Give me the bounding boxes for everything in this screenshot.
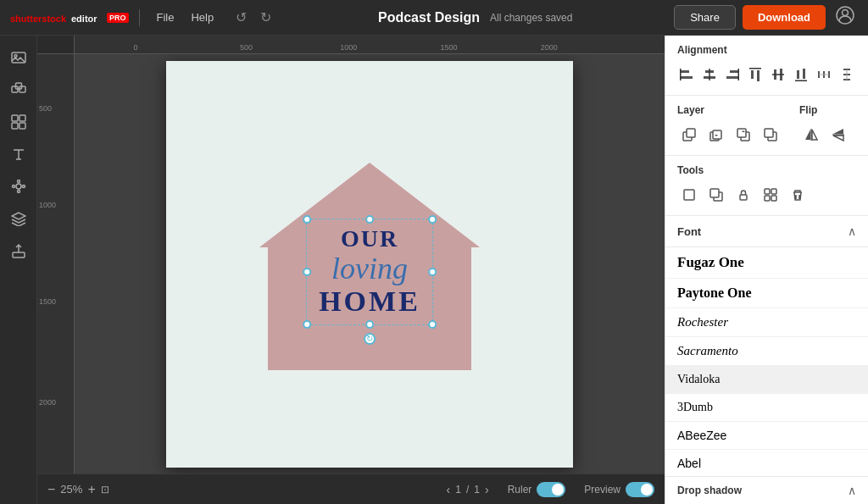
svg-rect-67 bbox=[765, 196, 770, 201]
handle-br[interactable] bbox=[428, 320, 437, 329]
svg-rect-22 bbox=[681, 76, 693, 79]
file-menu-button[interactable]: File bbox=[150, 8, 181, 27]
handle-ml[interactable] bbox=[303, 268, 311, 276]
svg-point-5 bbox=[14, 55, 17, 58]
saved-status: All changes saved bbox=[490, 12, 572, 24]
font-item[interactable]: ABeeZee bbox=[665, 422, 868, 450]
assets-icon bbox=[11, 179, 26, 194]
canvas-viewport[interactable]: ↻ OUR loving HOME bbox=[75, 54, 665, 474]
handle-bm[interactable] bbox=[365, 320, 374, 329]
undo-button[interactable]: ↺ bbox=[231, 6, 252, 29]
sidebar-item-uploads[interactable] bbox=[3, 235, 34, 266]
prev-page-button[interactable]: ‹ bbox=[447, 483, 451, 496]
ruler-toggle[interactable] bbox=[537, 482, 565, 497]
upload-icon bbox=[11, 243, 26, 258]
sidebar-item-images[interactable] bbox=[3, 42, 34, 73]
flip-h-icon bbox=[804, 128, 818, 141]
font-item[interactable]: Sacramento bbox=[665, 337, 868, 366]
sidebar-item-shapes[interactable] bbox=[3, 75, 34, 105]
align-bottom-button[interactable] bbox=[791, 63, 810, 86]
handle-tm[interactable] bbox=[365, 215, 374, 224]
svg-rect-66 bbox=[771, 189, 776, 194]
svg-rect-57 bbox=[811, 129, 812, 141]
font-item[interactable]: Paytone One bbox=[665, 279, 868, 308]
pro-badge: PRO bbox=[107, 13, 129, 23]
profile-icon bbox=[836, 6, 854, 25]
help-menu-button[interactable]: Help bbox=[184, 8, 220, 27]
font-collapse-button[interactable]: ∧ bbox=[848, 224, 856, 238]
zoom-in-button[interactable]: + bbox=[87, 482, 95, 497]
align-left-button[interactable] bbox=[677, 63, 697, 86]
font-item[interactable]: 3Dumb bbox=[665, 394, 868, 422]
fit-screen-button[interactable]: ⊡ bbox=[101, 484, 109, 496]
page-indicator: ‹ 1 / 1 › bbox=[447, 483, 489, 496]
divider bbox=[139, 9, 140, 26]
canvas-area: 0 500 1000 1500 2000 500 1000 1500 2000 bbox=[37, 36, 665, 504]
zoom-out-button[interactable]: − bbox=[47, 482, 55, 497]
align-right-button[interactable] bbox=[723, 63, 743, 86]
font-header-title: Font bbox=[677, 225, 701, 238]
rotate-handle[interactable]: ↻ bbox=[364, 333, 376, 345]
bring-forward-button[interactable] bbox=[732, 123, 755, 147]
download-button[interactable]: Download bbox=[743, 5, 826, 30]
font-item[interactable]: Abel bbox=[665, 450, 868, 476]
tools-icons bbox=[677, 183, 856, 207]
topbar-actions: Share Download bbox=[674, 3, 858, 32]
svg-point-3 bbox=[843, 10, 849, 16]
sidebar-item-text[interactable] bbox=[3, 139, 34, 169]
align-top-button[interactable] bbox=[746, 63, 765, 86]
profile-button[interactable] bbox=[832, 3, 858, 32]
font-item[interactable]: Rochester bbox=[665, 308, 868, 337]
drop-shadow-section: Drop shadow ∧ bbox=[665, 476, 868, 504]
send-backward-button[interactable] bbox=[704, 123, 728, 147]
delete-button[interactable] bbox=[786, 183, 810, 207]
copy-button[interactable] bbox=[704, 183, 728, 207]
send-back-button[interactable] bbox=[677, 123, 701, 147]
send-backward-icon bbox=[709, 128, 723, 141]
svg-rect-27 bbox=[730, 70, 738, 73]
svg-marker-56 bbox=[812, 130, 817, 140]
logo: shutterstock editor PRO bbox=[10, 9, 129, 26]
handle-tr[interactable] bbox=[428, 215, 437, 224]
next-page-button[interactable]: › bbox=[485, 483, 489, 496]
text-selection-box[interactable]: ↻ OUR loving HOME bbox=[306, 219, 433, 325]
handle-mr[interactable] bbox=[428, 268, 437, 276]
sidebar-item-elements[interactable] bbox=[3, 107, 34, 137]
font-item[interactable]: Fugaz One bbox=[665, 247, 868, 279]
handle-bl[interactable] bbox=[303, 320, 311, 329]
flip-h-button[interactable] bbox=[799, 123, 823, 147]
svg-rect-21 bbox=[681, 70, 689, 73]
align-middle-v-button[interactable] bbox=[769, 63, 788, 86]
zoom-level: 25% bbox=[60, 483, 82, 496]
text-home: HOME bbox=[319, 286, 420, 318]
group-button[interactable] bbox=[759, 183, 782, 207]
font-list[interactable]: Fugaz OnePaytone OneRochesterSacramentoV… bbox=[665, 247, 868, 476]
tools-section: Tools bbox=[665, 156, 868, 216]
copy-icon bbox=[709, 188, 723, 202]
crop-button[interactable] bbox=[677, 183, 701, 207]
svg-rect-31 bbox=[757, 70, 760, 81]
preview-toggle[interactable] bbox=[626, 482, 654, 497]
lock-button[interactable] bbox=[732, 183, 755, 207]
sidebar-item-assets[interactable] bbox=[3, 171, 34, 202]
canvas-bottom: − 25% + ⊡ ‹ 1 / 1 › Ruler Preview bbox=[37, 474, 665, 504]
distribute-h-button[interactable] bbox=[814, 63, 833, 86]
distribute-v-button[interactable] bbox=[837, 63, 856, 86]
bring-front-button[interactable] bbox=[759, 123, 782, 147]
font-item[interactable]: Vidaloka bbox=[665, 366, 868, 394]
share-button[interactable]: Share bbox=[674, 5, 736, 30]
redo-button[interactable]: ↻ bbox=[255, 6, 276, 29]
sidebar-item-layers[interactable] bbox=[3, 203, 34, 234]
flip-v-button[interactable] bbox=[826, 123, 850, 147]
layer-title: Layer bbox=[677, 104, 782, 116]
design-title: Podcast Design bbox=[378, 10, 480, 25]
handle-tl[interactable] bbox=[303, 215, 311, 224]
layer-icons bbox=[677, 123, 782, 147]
drop-shadow-toggle-button[interactable]: ∧ bbox=[848, 484, 856, 497]
bring-forward-icon bbox=[737, 128, 750, 141]
svg-rect-28 bbox=[726, 76, 738, 79]
lock-icon bbox=[737, 188, 750, 202]
svg-rect-18 bbox=[13, 252, 25, 258]
page-total: 1 bbox=[474, 484, 480, 496]
align-center-h-button[interactable] bbox=[700, 63, 720, 86]
